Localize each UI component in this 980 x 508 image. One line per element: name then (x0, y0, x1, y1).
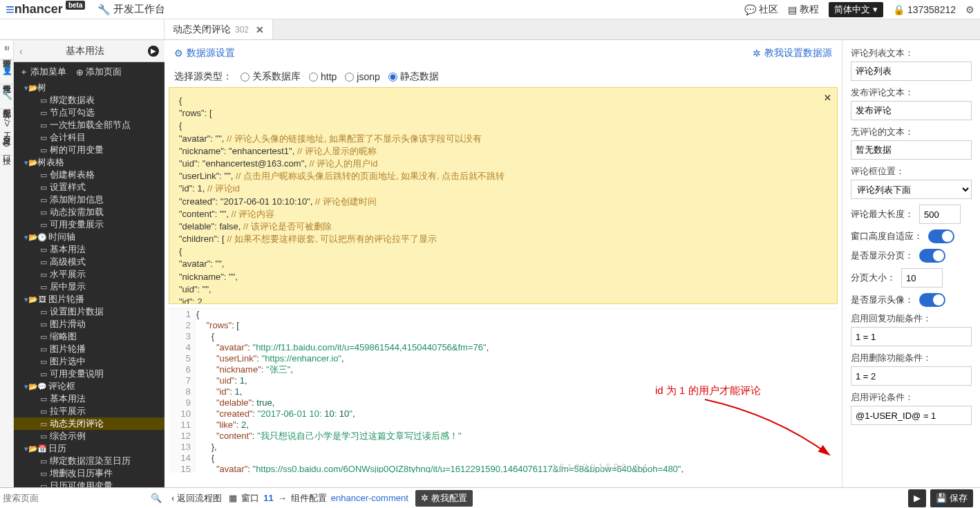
prop-label: 发布评论文本： (851, 86, 972, 99)
tree-file[interactable]: ▭树的可用变量 (14, 144, 164, 156)
plus-circle-icon: ⊕ (76, 67, 84, 77)
workbench-label: 开发工作台 (113, 3, 165, 16)
file-icon: ▭ (39, 245, 48, 254)
search-pages[interactable]: 🔍 (0, 487, 164, 508)
component-name-link[interactable]: enhancer-comment (331, 493, 408, 503)
file-icon: ▭ (39, 395, 48, 404)
lefttab-page-manage[interactable]: ≡页面管理 (0, 40, 13, 59)
tree-folder[interactable]: ▾📂树表格 (14, 156, 164, 169)
radio-static[interactable]: 静态数据 (388, 70, 439, 83)
tree-file[interactable]: ▭图片选中 (14, 355, 164, 368)
no-comment-input[interactable] (851, 140, 972, 160)
tree-file[interactable]: ▭图片滑动 (14, 318, 164, 330)
radio-db[interactable]: 关系数据库 (241, 70, 301, 83)
tree-file[interactable]: ▭动态按需加载 (14, 206, 164, 218)
delete-cond-input[interactable] (851, 366, 972, 386)
tree-file[interactable]: ▭可用变量展示 (14, 218, 164, 231)
tree-file[interactable]: ▭可用变量说明 (14, 368, 164, 380)
source-type-label: 选择源类型： (174, 70, 232, 83)
auto-height-toggle[interactable] (928, 229, 954, 243)
tree-file[interactable]: ▭图片轮播 (14, 343, 164, 355)
publish-text-input[interactable] (851, 101, 972, 120)
comment-list-text-input[interactable] (851, 62, 972, 81)
lefttab-role-manage[interactable]: 👤角色管理 (0, 59, 13, 84)
tree-file[interactable]: ▭会计科目 (14, 131, 164, 144)
tree-label: 动态按需加载 (50, 206, 104, 218)
tree-file[interactable]: ▭基本用法 (14, 243, 164, 256)
tree-file[interactable]: ▭缩略图 (14, 330, 164, 343)
tree-file[interactable]: ▭高级模式 (14, 256, 164, 268)
page-size-input[interactable] (901, 268, 943, 288)
tree-folder[interactable]: ▾📂💬评论框 (14, 380, 164, 393)
beta-badge: beta (66, 1, 86, 10)
tree-file[interactable]: ▭设置样式 (14, 181, 164, 194)
tab-close-icon[interactable]: ✕ (256, 24, 264, 35)
tree-label: 可用变量说明 (50, 368, 104, 380)
reply-cond-input[interactable] (851, 327, 972, 346)
tree-folder[interactable]: ▾📂树 (14, 82, 164, 94)
prop-label: 启用删除功能条件： (851, 352, 972, 364)
search-input[interactable] (3, 493, 151, 503)
tree-label: 日历可使用变量 (50, 480, 113, 487)
image-icon: 🖼 (37, 295, 47, 303)
workbench-link[interactable]: 🔧 开发工作台 (97, 3, 165, 16)
max-length-input[interactable] (919, 205, 961, 224)
add-menu-button[interactable]: ＋添加菜单 (19, 66, 66, 78)
tree-file[interactable]: ▭基本用法 (14, 393, 164, 405)
lefttab-global-config[interactable]: 🔧全局配置 (0, 84, 13, 109)
tree-file[interactable]: ▭水平展示 (14, 268, 164, 281)
tree-folder[interactable]: ▾📂🕒时间轴 (14, 231, 164, 243)
data-source-setting-link[interactable]: ⚙数据源设置 (174, 47, 235, 59)
tree-file[interactable]: ▭增删改日历事件 (14, 467, 164, 480)
tree-file[interactable]: ▭居中显示 (14, 281, 164, 293)
tree-file[interactable]: ▭综合示例 (14, 430, 164, 442)
save-button[interactable]: 💾保存 (930, 489, 973, 507)
tree-file[interactable]: ▭日历可使用变量 (14, 480, 164, 487)
teach-config-button[interactable]: ✲教我配置 (415, 490, 473, 507)
tree-file[interactable]: ▭创建树表格 (14, 169, 164, 181)
community-link[interactable]: 💬社区 (744, 3, 778, 16)
settings-icon[interactable]: ⚙ (965, 4, 974, 15)
file-icon: ▭ (39, 482, 48, 488)
show-avatar-toggle[interactable] (919, 293, 945, 307)
wrench-icon: 🔧 (97, 3, 111, 16)
prop-label: 分页大小： (851, 272, 896, 284)
language-select[interactable]: 简体中文▾ (829, 2, 883, 17)
tree-folder[interactable]: ▾📂🖼图片轮播 (14, 293, 164, 305)
radio-jsonp[interactable]: jsonp (345, 71, 379, 82)
file-icon: ▭ (39, 133, 48, 142)
magic-icon: ✲ (421, 493, 428, 503)
chevron-left-icon[interactable]: ‹ (19, 46, 23, 57)
tree-file[interactable]: ▭动态关闭评论 (14, 417, 164, 430)
back-to-flow-button[interactable]: ‹返回流程图 (171, 492, 222, 505)
teach-data-source-link[interactable]: ✲教我设置数据源 (753, 47, 832, 59)
tree-folder[interactable]: ▾📂📅日历 (14, 442, 164, 455)
close-hint-icon[interactable]: ✕ (824, 92, 831, 104)
box-position-select[interactable]: 评论列表下面 (851, 180, 972, 199)
page-tab[interactable]: 动态关闭评论 302 ✕ (164, 19, 273, 39)
tree-file[interactable]: ▭设置图片数据 (14, 305, 164, 318)
gear-icon: ⚙ (174, 48, 183, 59)
tutorial-link[interactable]: ▤教程 (788, 3, 819, 16)
add-page-button[interactable]: ⊕添加页面 (76, 66, 122, 78)
radio-http[interactable]: http (309, 71, 337, 82)
folder-open-icon: ▾📂 (26, 158, 36, 167)
tree-label: 综合示例 (50, 430, 86, 442)
tree-label: 缩略图 (50, 330, 77, 343)
lefttab-http-api[interactable]: </>自定义 Http 接口 (0, 109, 13, 156)
tree-file[interactable]: ▭节点可勾选 (14, 106, 164, 119)
prop-label: 启用评论条件： (851, 391, 972, 404)
tree-file[interactable]: ▭拉平展示 (14, 405, 164, 417)
tree-label: 基本用法 (50, 393, 86, 405)
tree-file[interactable]: ▭绑定数据表 (14, 94, 164, 106)
tree-file[interactable]: ▭一次性加载全部节点 (14, 119, 164, 131)
user-id[interactable]: 🔒137358212 (893, 4, 956, 15)
logo: ≡nhancer beta (6, 1, 85, 19)
comment-cond-input[interactable] (851, 406, 972, 425)
show-paging-toggle[interactable] (919, 249, 945, 263)
page-tree[interactable]: ▾📂树▭绑定数据表▭节点可勾选▭一次性加载全部节点▭会计科目▭树的可用变量▾📂树… (14, 82, 164, 487)
play-icon[interactable]: ▶ (148, 46, 159, 57)
tree-file[interactable]: ▭添加附加信息 (14, 194, 164, 206)
tree-file[interactable]: ▭绑定数据渲染至日历 (14, 455, 164, 467)
run-button[interactable]: ▶ (908, 489, 926, 507)
